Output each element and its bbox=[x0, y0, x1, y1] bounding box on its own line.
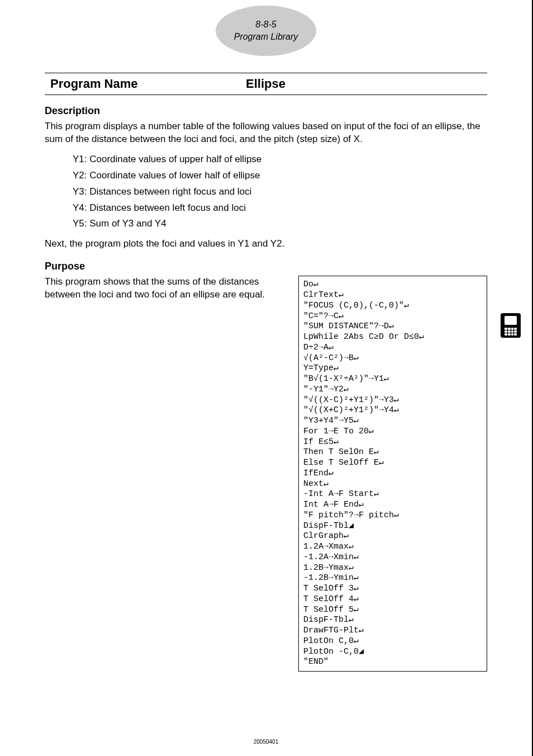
calculator-icon bbox=[501, 313, 521, 338]
y-item: Y4: Distances between left focus and loc… bbox=[73, 200, 487, 216]
y-item: Y3: Distances between right focus and lo… bbox=[73, 184, 487, 200]
purpose-heading: Purpose bbox=[45, 261, 487, 272]
title-bar: Program Name Ellipse bbox=[45, 73, 487, 95]
section-name: Program Library bbox=[234, 31, 298, 43]
footer-number: 20050401 bbox=[254, 739, 279, 745]
description-after: Next, the program plots the foci and val… bbox=[45, 238, 487, 251]
title-label: Program Name bbox=[50, 77, 246, 91]
program-code: Do↵ ClrText↵ "FOCUS (C,0),(-C,0)"↵ "C="?… bbox=[298, 276, 487, 672]
description-text: This program displays a number table of … bbox=[45, 120, 487, 146]
title-value: Ellipse bbox=[246, 77, 285, 91]
page-ref: 8-8-5 bbox=[255, 18, 276, 31]
header-badge: 8-8-5 Program Library bbox=[216, 6, 316, 56]
y-item: Y5: Sum of Y3 and Y4 bbox=[73, 216, 487, 232]
y-list: Y1: Coordinate values of upper half of e… bbox=[73, 152, 487, 232]
description-heading: Description bbox=[45, 105, 487, 117]
purpose-text: This program shows that the sums of the … bbox=[45, 276, 282, 301]
y-item: Y2: Coordinate values of lower half of e… bbox=[73, 168, 487, 184]
y-item: Y1: Coordinate values of upper half of e… bbox=[73, 152, 487, 168]
